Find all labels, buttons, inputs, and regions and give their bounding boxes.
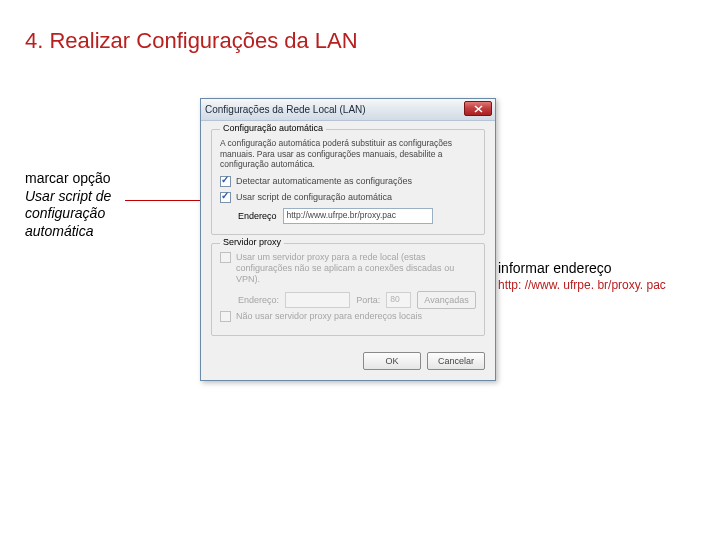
proxy-port-label: Porta:: [356, 295, 380, 305]
cancel-button[interactable]: Cancelar: [427, 352, 485, 370]
use-proxy-label: Usar um servidor proxy para a rede local…: [236, 252, 476, 286]
use-proxy-checkbox[interactable]: [220, 252, 231, 263]
script-row: Usar script de configuração automática: [220, 192, 476, 203]
lan-settings-dialog: Configurações da Rede Local (LAN) Config…: [200, 98, 496, 381]
annot-left-line3: configuração: [25, 205, 105, 221]
use-script-label: Usar script de configuração automática: [236, 192, 392, 202]
bypass-row: Não usar servidor proxy para endereços l…: [220, 311, 476, 322]
proxy-address-input[interactable]: [285, 292, 350, 308]
proxy-port-input[interactable]: 80: [386, 292, 411, 308]
ok-button[interactable]: OK: [363, 352, 421, 370]
detect-checkbox[interactable]: [220, 176, 231, 187]
close-icon: [474, 105, 483, 113]
auto-config-group: Configuração automática A configuração a…: [211, 129, 485, 235]
detect-label: Detectar automaticamente as configuraçõe…: [236, 176, 412, 186]
annot-right-url: http: //www. ufrpe. br/proxy. pac: [498, 278, 713, 293]
annot-left-line2: Usar script de: [25, 188, 111, 204]
bypass-local-checkbox[interactable]: [220, 311, 231, 322]
annotation-inform-address: informar endereço http: //www. ufrpe. br…: [498, 260, 713, 293]
dialog-title: Configurações da Rede Local (LAN): [205, 104, 366, 115]
use-script-checkbox[interactable]: [220, 192, 231, 203]
advanced-button[interactable]: Avançadas: [417, 291, 476, 309]
use-proxy-row: Usar um servidor proxy para a rede local…: [220, 252, 476, 286]
annotation-mark-option: marcar opção Usar script de configuração…: [25, 170, 165, 240]
dialog-titlebar[interactable]: Configurações da Rede Local (LAN): [201, 99, 495, 121]
script-address-row: Endereço http://www.ufrpe.br/proxy.pac: [238, 208, 476, 224]
annot-right-title: informar endereço: [498, 260, 713, 278]
proxy-server-group: Servidor proxy Usar um servidor proxy pa…: [211, 243, 485, 336]
auto-config-description: A configuração automática poderá substit…: [220, 138, 476, 170]
close-button[interactable]: [464, 101, 492, 116]
script-address-input[interactable]: http://www.ufrpe.br/proxy.pac: [283, 208, 433, 224]
annot-left-line1: marcar opção: [25, 170, 111, 186]
proxy-address-label: Endereço:: [238, 295, 279, 305]
annot-left-line4: automática: [25, 223, 93, 239]
proxy-group-title: Servidor proxy: [220, 237, 284, 247]
dialog-button-bar: OK Cancelar: [201, 348, 495, 380]
proxy-address-row: Endereço: Porta: 80 Avançadas: [238, 291, 476, 309]
slide-title: 4. Realizar Configurações da LAN: [25, 28, 358, 54]
auto-config-group-title: Configuração automática: [220, 123, 326, 133]
bypass-local-label: Não usar servidor proxy para endereços l…: [236, 311, 422, 321]
script-address-label: Endereço: [238, 211, 277, 221]
arrow-to-checkbox: [125, 200, 210, 201]
detect-row: Detectar automaticamente as configuraçõe…: [220, 176, 476, 187]
